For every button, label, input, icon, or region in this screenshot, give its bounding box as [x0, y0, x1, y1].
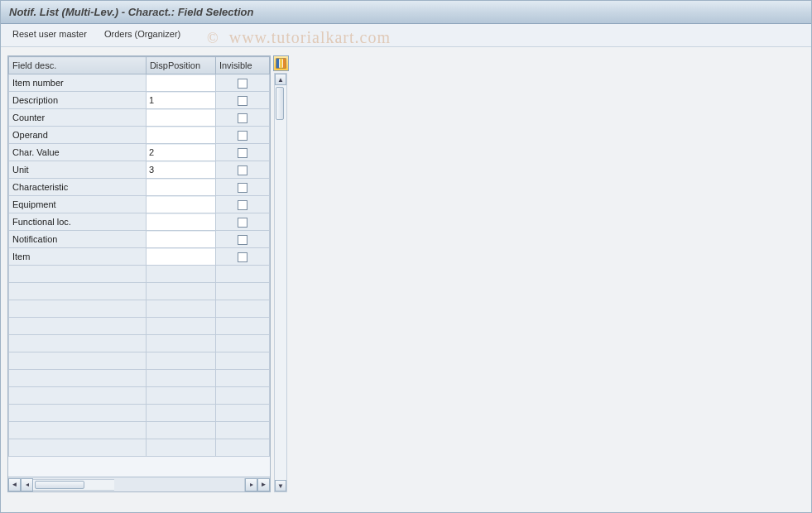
cell-invisible[interactable] — [215, 144, 269, 161]
cell-field-desc[interactable] — [9, 387, 147, 405]
invisible-checkbox[interactable] — [238, 165, 247, 175]
cell-disp-position[interactable] — [146, 231, 215, 248]
disp-position-input[interactable] — [147, 232, 215, 247]
table-row[interactable] — [9, 300, 270, 318]
hscroll-left-button[interactable]: ◄ — [8, 478, 21, 491]
cell-disp-position[interactable] — [146, 109, 215, 127]
col-header-field-desc[interactable]: Field desc. — [9, 57, 147, 74]
cell-invisible[interactable] — [215, 439, 269, 457]
hscroll-thumb[interactable] — [35, 481, 84, 489]
cell-invisible[interactable] — [215, 213, 269, 231]
disp-position-input[interactable] — [147, 127, 215, 143]
cell-field-desc[interactable] — [9, 266, 147, 283]
invisible-checkbox[interactable] — [238, 113, 247, 123]
cell-field-desc[interactable] — [9, 300, 147, 318]
table-row[interactable]: Counter — [9, 109, 270, 127]
table-row[interactable] — [9, 335, 270, 352]
table-row[interactable]: Functional loc. — [9, 213, 270, 231]
cell-disp-position[interactable] — [146, 405, 215, 422]
cell-field-desc[interactable] — [9, 370, 147, 387]
reset-user-master-button[interactable]: Reset user master — [12, 29, 87, 39]
table-row[interactable]: Equipment — [9, 196, 270, 213]
cell-field-desc[interactable] — [9, 439, 147, 457]
table-row[interactable]: Operand — [9, 127, 270, 144]
disp-position-input[interactable] — [147, 145, 215, 161]
cell-invisible[interactable] — [215, 74, 269, 92]
table-row[interactable] — [9, 422, 270, 439]
cell-disp-position[interactable] — [146, 144, 215, 161]
disp-position-input[interactable] — [147, 75, 215, 91]
orders-organizer-button[interactable]: Orders (Organizer) — [104, 29, 180, 39]
table-row[interactable] — [9, 266, 270, 283]
cell-invisible[interactable] — [215, 370, 269, 387]
invisible-checkbox[interactable] — [238, 96, 247, 106]
cell-disp-position[interactable] — [146, 387, 215, 405]
cell-invisible[interactable] — [215, 387, 269, 405]
table-row[interactable] — [9, 370, 270, 387]
cell-field-desc[interactable] — [9, 335, 147, 352]
cell-invisible[interactable] — [215, 266, 269, 283]
cell-disp-position[interactable] — [146, 283, 215, 300]
disp-position-input[interactable] — [147, 180, 215, 195]
table-row[interactable]: Unit — [9, 161, 270, 179]
col-header-disp-position[interactable]: DispPosition — [146, 57, 215, 74]
cell-disp-position[interactable] — [146, 74, 215, 92]
horizontal-scrollbar[interactable]: ◄ ◂ ▸ ► — [8, 477, 270, 491]
hscroll-step-left-button[interactable]: ◂ — [21, 478, 33, 491]
cell-disp-position[interactable] — [146, 300, 215, 318]
vscroll-thumb[interactable] — [276, 87, 284, 120]
cell-field-desc[interactable]: Description — [9, 92, 147, 109]
invisible-checkbox[interactable] — [238, 200, 247, 210]
cell-invisible[interactable] — [215, 422, 269, 439]
vscroll-down-button[interactable]: ▼ — [275, 480, 286, 491]
cell-invisible[interactable] — [215, 405, 269, 422]
invisible-checkbox[interactable] — [238, 252, 247, 262]
disp-position-input[interactable] — [147, 249, 215, 265]
cell-field-desc[interactable] — [9, 318, 147, 335]
hscroll-step-right-button[interactable]: ▸ — [245, 478, 257, 491]
table-settings-button[interactable] — [273, 55, 289, 71]
vscroll-track[interactable] — [275, 85, 286, 480]
cell-invisible[interactable] — [215, 109, 269, 127]
col-header-invisible[interactable]: Invisible — [215, 57, 269, 74]
table-row[interactable]: Notification — [9, 231, 270, 248]
table-row[interactable] — [9, 439, 270, 457]
cell-invisible[interactable] — [215, 248, 269, 266]
table-row[interactable]: Item — [9, 248, 270, 266]
hscroll-track[interactable] — [33, 479, 114, 491]
table-row[interactable] — [9, 283, 270, 300]
cell-invisible[interactable] — [215, 127, 269, 144]
cell-field-desc[interactable]: Characteristic — [9, 179, 147, 196]
table-row[interactable]: Characteristic — [9, 179, 270, 196]
cell-disp-position[interactable] — [146, 92, 215, 109]
cell-disp-position[interactable] — [146, 370, 215, 387]
cell-disp-position[interactable] — [146, 213, 215, 231]
cell-field-desc[interactable] — [9, 283, 147, 300]
cell-field-desc[interactable]: Equipment — [9, 196, 147, 213]
cell-field-desc[interactable] — [9, 352, 147, 370]
cell-field-desc[interactable] — [9, 422, 147, 439]
vscroll-up-button[interactable]: ▲ — [275, 74, 286, 85]
cell-invisible[interactable] — [215, 231, 269, 248]
invisible-checkbox[interactable] — [238, 218, 247, 228]
cell-field-desc[interactable]: Functional loc. — [9, 213, 147, 231]
cell-disp-position[interactable] — [146, 318, 215, 335]
disp-position-input[interactable] — [147, 214, 215, 230]
table-row[interactable]: Char. Value — [9, 144, 270, 161]
invisible-checkbox[interactable] — [238, 148, 247, 158]
cell-disp-position[interactable] — [146, 196, 215, 213]
cell-field-desc[interactable]: Operand — [9, 127, 147, 144]
cell-invisible[interactable] — [215, 335, 269, 352]
cell-disp-position[interactable] — [146, 422, 215, 439]
cell-disp-position[interactable] — [146, 439, 215, 457]
cell-disp-position[interactable] — [146, 335, 215, 352]
disp-position-input[interactable] — [147, 110, 215, 126]
cell-invisible[interactable] — [215, 196, 269, 213]
table-row[interactable] — [9, 405, 270, 422]
cell-invisible[interactable] — [215, 352, 269, 370]
cell-invisible[interactable] — [215, 92, 269, 109]
cell-field-desc[interactable]: Item number — [9, 74, 147, 92]
disp-position-input[interactable] — [147, 197, 215, 213]
cell-disp-position[interactable] — [146, 352, 215, 370]
cell-field-desc[interactable]: Char. Value — [9, 144, 147, 161]
